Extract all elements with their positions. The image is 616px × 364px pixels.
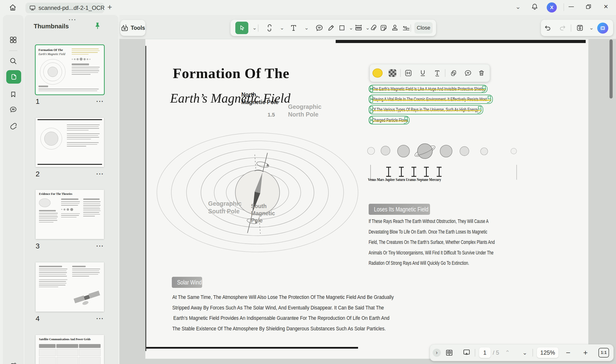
stamp-tool-button[interactable]: [390, 23, 400, 33]
resize-handle[interactable]: [370, 110, 373, 113]
document-tab[interactable]: scanned-pd...df-2-1_OCR: [26, 3, 104, 13]
pencil-tool-button[interactable]: [326, 23, 336, 33]
thumb1-menu-button[interactable]: ···: [96, 98, 104, 105]
page-total: / 5: [491, 347, 501, 358]
thumbnail-page-2[interactable]: [36, 118, 104, 167]
resize-handle[interactable]: [478, 106, 481, 109]
rotate-handle[interactable]: [487, 99, 491, 103]
expand-statusbar-button[interactable]: ›: [432, 347, 442, 358]
vertical-scrollbar[interactable]: [610, 39, 613, 99]
rotate-handle[interactable]: [404, 120, 408, 124]
close-annotation-button[interactable]: Close: [414, 22, 433, 34]
thumb1-diagram-core: [48, 67, 58, 77]
thumbnail-page-5[interactable]: Satellite Communications And Power Grids: [36, 335, 104, 364]
resize-handle[interactable]: [370, 89, 373, 92]
rotate-handle[interactable]: [482, 88, 486, 92]
thumb1-mini-subtitle: Earth’s Magnetic Field: [39, 52, 65, 56]
copy-annotation-button[interactable]: [448, 68, 459, 78]
close-window-button[interactable]: ✕: [601, 2, 611, 12]
strikethrough-annotation[interactable]: The Earth’s Magnetic Field Is Like A Hug…: [369, 85, 488, 93]
present-button[interactable]: [461, 347, 472, 358]
undo-button[interactable]: [542, 23, 553, 33]
strikethrough-annotation[interactable]: Charged Particle Flows.: [369, 116, 409, 124]
sidebar-item-comments[interactable]: [6, 103, 21, 116]
ai-assistant-button[interactable]: [597, 23, 608, 34]
resize-handle[interactable]: [370, 96, 373, 99]
save-dropdown[interactable]: ⌄: [586, 23, 597, 33]
paperclip-icon: [369, 24, 377, 32]
strikethrough-tool-dropdown[interactable]: ⌄: [277, 23, 287, 33]
plus-icon: +: [107, 2, 112, 12]
strike-line: [370, 100, 491, 101]
actual-size-button[interactable]: 1:1: [598, 347, 610, 358]
titlebar-divider: [563, 3, 564, 11]
strikethrough-tool-button[interactable]: [264, 23, 275, 33]
save-button[interactable]: [574, 23, 585, 33]
text-tool-button[interactable]: [288, 23, 299, 33]
panel-drag-handle[interactable]: ···: [65, 16, 80, 23]
new-tab-button[interactable]: +: [107, 3, 112, 11]
comment-annotation-button[interactable]: [463, 68, 473, 78]
square-icon: [338, 24, 346, 32]
sidebar-item-apps[interactable]: [6, 33, 21, 47]
page-layout-button[interactable]: [444, 347, 455, 358]
close-icon: ✕: [603, 3, 608, 10]
pin-panel-button[interactable]: [93, 22, 101, 30]
thumbnail-page-3[interactable]: Evidence For The Theories: [36, 190, 104, 239]
section-heading-solar-wind: Solar Wind: [172, 277, 202, 288]
sticker-tool-button[interactable]: [378, 23, 389, 33]
document-canvas[interactable]: Formation Of The Earth’s Magnetic Field: [119, 39, 616, 364]
resize-handle[interactable]: [370, 100, 373, 103]
thumbnail-page-1[interactable]: Formation Of The Earth’s Magnetic Field: [36, 45, 104, 94]
thumb2-menu-button[interactable]: ···: [96, 170, 104, 178]
restore-button[interactable]: [583, 2, 594, 12]
resize-handle[interactable]: [370, 106, 373, 109]
resize-handle[interactable]: [370, 86, 373, 89]
notifications-button[interactable]: [529, 2, 540, 12]
thumb4-menu-button[interactable]: ···: [96, 315, 104, 323]
zoom-in-button[interactable]: +: [580, 347, 591, 358]
redo-button[interactable]: [557, 23, 568, 33]
document-icon: [10, 73, 18, 81]
thumbnail-page-4[interactable]: [36, 262, 104, 312]
sidebar-item-bookmarks[interactable]: [6, 88, 21, 101]
strikethrough-annotation[interactable]: Playing A Vital Role In The Cosmic Envir…: [369, 95, 493, 104]
delete-annotation-button[interactable]: [476, 68, 487, 78]
zoom-input[interactable]: [537, 347, 559, 358]
previous-page-button[interactable]: ⌃: [502, 347, 513, 358]
comment-tool-button[interactable]: [314, 23, 325, 33]
zoom-out-button[interactable]: −: [563, 347, 574, 358]
tools-button[interactable]: Tools: [120, 20, 145, 36]
chevron-down-icon: ⌄: [280, 25, 284, 30]
doc-title-line1: Formation Of The: [173, 65, 290, 82]
stamp-icon: [391, 24, 399, 32]
minimize-button[interactable]: [566, 2, 576, 12]
signature-tool-button[interactable]: [401, 23, 411, 33]
para-line: Animals Or Tiny Microorganisms, Will Fin…: [369, 250, 493, 256]
text-tool-dropdown[interactable]: ⌄: [301, 23, 312, 33]
strikethrough-annotation[interactable]: Of The Various Types Of Rays in The Univ…: [369, 105, 483, 114]
avatar[interactable]: X: [547, 2, 557, 13]
underline-tool-button[interactable]: [418, 68, 428, 78]
sidebar-item-attachments[interactable]: [6, 119, 21, 132]
tabs-menu-button[interactable]: ⌄: [513, 2, 523, 12]
sidebar-item-themes[interactable]: [6, 359, 21, 364]
thumb3-menu-button[interactable]: ···: [96, 242, 104, 250]
next-page-button[interactable]: ⌄: [519, 347, 530, 358]
color-swatch-yellow[interactable]: [372, 68, 383, 78]
select-tool-button[interactable]: [235, 22, 248, 34]
rotate-handle[interactable]: [477, 109, 481, 113]
resize-handle[interactable]: [370, 120, 373, 123]
attach-tool-button[interactable]: [368, 23, 378, 33]
squiggly-underline-tool-button[interactable]: [432, 68, 443, 78]
ruler-icon: [354, 24, 363, 32]
home-button[interactable]: [5, 2, 20, 13]
highlight-tool-button[interactable]: [403, 68, 414, 78]
sidebar-item-search[interactable]: [6, 54, 21, 68]
sidebar-item-pages[interactable]: [6, 70, 21, 84]
resize-handle[interactable]: [370, 117, 373, 120]
page-input[interactable]: [479, 347, 491, 358]
opacity-swatch[interactable]: [387, 68, 398, 78]
thumb1-bottom-lines: [39, 86, 100, 92]
save-icon: [576, 24, 584, 32]
